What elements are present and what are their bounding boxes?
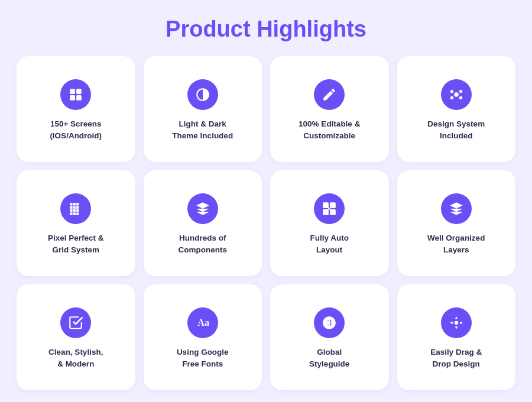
card-clean: Clean, Stylish,& Modern [17, 284, 135, 390]
svg-point-5 [450, 90, 453, 93]
card-styleguide-label: GlobalStyleguide [309, 346, 349, 369]
card-pixel-perfect: Pixel Perfect &Grid System [17, 170, 135, 276]
svg-rect-0 [70, 89, 76, 94]
svg-rect-1 [76, 89, 82, 94]
card-pixel-perfect-label: Pixel Perfect &Grid System [48, 232, 104, 255]
svg-point-4 [454, 92, 459, 97]
svg-point-7 [450, 96, 453, 99]
card-auto-layout-label: Fully AutoLayout [310, 232, 349, 255]
card-drag-drop-label: Easily Drag &Drop Design [430, 346, 482, 369]
styleguide-icon [314, 307, 345, 338]
svg-point-6 [459, 90, 462, 93]
components-icon [187, 193, 218, 224]
card-components-label: Hundreds ofComponents [179, 232, 228, 255]
card-light-dark: Light & DarkTheme Included [144, 56, 262, 162]
clean-icon [60, 307, 91, 338]
light-dark-icon [187, 79, 218, 110]
card-layers: Well OrganizedLayers [397, 170, 516, 276]
highlights-grid: 150+ Screens(iOS/Android) Light & DarkTh… [0, 56, 532, 402]
card-drag-drop: Easily Drag &Drop Design [397, 284, 516, 390]
card-fonts: Aa Using GoogleFree Fonts [144, 284, 262, 390]
svg-point-14 [455, 321, 459, 325]
screens-icon [60, 79, 91, 110]
card-fonts-label: Using GoogleFree Fonts [177, 346, 229, 369]
card-layers-label: Well OrganizedLayers [427, 232, 485, 255]
card-editable-label: 100% Editable &Customizable [299, 118, 360, 141]
svg-text:Aa: Aa [197, 317, 209, 328]
svg-rect-2 [70, 95, 76, 100]
card-design-system: Design SystemIncluded [397, 56, 516, 162]
design-system-icon [441, 79, 472, 110]
card-components: Hundreds ofComponents [144, 170, 262, 276]
svg-rect-3 [76, 95, 82, 100]
drag-drop-icon [441, 307, 472, 338]
card-editable: 100% Editable &Customizable [270, 56, 389, 162]
card-design-system-label: Design SystemIncluded [427, 118, 485, 141]
card-screens: 150+ Screens(iOS/Android) [17, 56, 135, 162]
card-styleguide: GlobalStyleguide [270, 284, 389, 390]
editable-icon [314, 79, 345, 110]
pixel-perfect-icon [60, 193, 91, 224]
card-light-dark-label: Light & DarkTheme Included [172, 118, 233, 141]
card-auto-layout: Fully AutoLayout [270, 170, 389, 276]
svg-point-8 [459, 96, 462, 99]
card-screens-label: 150+ Screens(iOS/Android) [50, 118, 102, 141]
card-clean-label: Clean, Stylish,& Modern [48, 346, 103, 369]
page-title: Product Highlights [166, 17, 366, 42]
fonts-icon: Aa [187, 307, 218, 338]
layers-icon [441, 193, 472, 224]
auto-layout-icon [314, 193, 345, 224]
